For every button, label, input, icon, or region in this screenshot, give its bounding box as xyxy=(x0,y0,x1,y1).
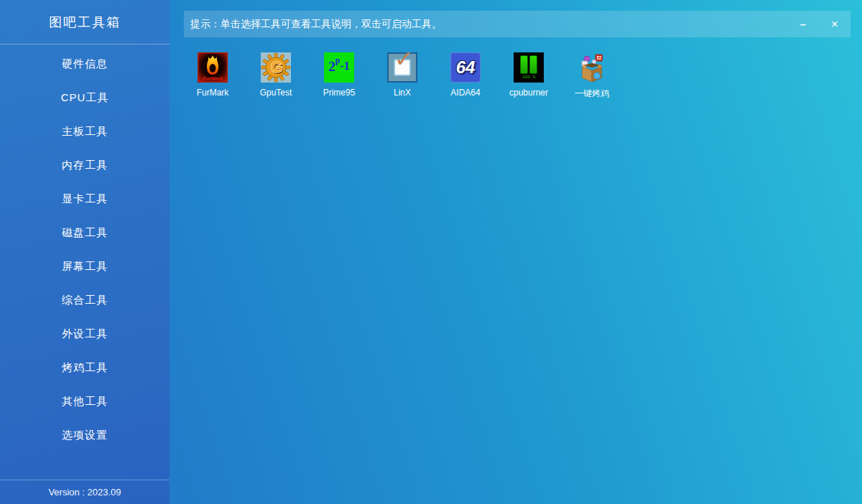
gift-box-icon xyxy=(577,52,607,83)
minimize-button[interactable]: – xyxy=(787,11,819,37)
aida64-icon-text: 64 xyxy=(456,57,476,78)
prime95-icon-exponent: p xyxy=(335,56,340,65)
window-controls: – × xyxy=(787,11,851,37)
tool-label: GpuTest xyxy=(260,88,292,98)
main-area: 提示：单击选择工具可查看工具说明，双击可启动工具。 – × xyxy=(170,0,862,504)
sidebar-item-general-tools[interactable]: 综合工具 xyxy=(0,283,170,317)
tool-cpuburner[interactable]: 100 % cpuburner xyxy=(497,52,560,100)
close-button[interactable]: × xyxy=(819,11,851,37)
tool-label: cpuburner xyxy=(509,88,548,98)
load-bar xyxy=(529,55,537,74)
gputest-icon-letter: G xyxy=(270,58,282,76)
prime95-icon: 2 p -1 xyxy=(324,52,354,83)
sidebar-item-other-tools[interactable]: 其他工具 xyxy=(0,384,170,418)
tool-aida64[interactable]: 64 AIDA64 xyxy=(434,52,497,100)
close-icon: × xyxy=(831,17,838,32)
tool-label: 一键烤鸡 xyxy=(575,88,609,100)
furmark-icon: FurMark xyxy=(198,52,228,83)
sidebar-menu: 硬件信息 CPU工具 主板工具 内存工具 显卡工具 磁盘工具 屏幕工具 综合工具… xyxy=(0,45,170,452)
app-window: 图吧工具箱 硬件信息 CPU工具 主板工具 内存工具 显卡工具 磁盘工具 屏幕工… xyxy=(0,0,862,504)
load-bars xyxy=(520,55,537,74)
tool-grid: FurMark FurMark xyxy=(170,45,862,100)
sidebar-item-burnin-tools[interactable]: 烤鸡工具 xyxy=(0,350,170,384)
tool-label: FurMark xyxy=(197,88,229,98)
tool-one-key-burnin[interactable]: 一键烤鸡 xyxy=(560,52,624,100)
minimize-icon: – xyxy=(800,18,806,30)
hint-text: 提示：单击选择工具可查看工具说明，双击可启动工具。 xyxy=(184,18,442,31)
tool-prime95[interactable]: 2 p -1 Prime95 xyxy=(307,52,371,100)
checkmark-icon: ✓ xyxy=(394,47,414,70)
app-title: 图吧工具箱 xyxy=(0,0,170,45)
sidebar-item-hardware-info[interactable]: 硬件信息 xyxy=(0,47,170,80)
sidebar-item-cpu-tools[interactable]: CPU工具 xyxy=(0,80,170,114)
furmark-icon-text: FurMark xyxy=(203,76,223,81)
tool-label: AIDA64 xyxy=(450,88,480,98)
load-bar xyxy=(520,55,528,74)
sidebar-item-gpu-tools[interactable]: 显卡工具 xyxy=(0,182,170,215)
cpuburner-icon-text: 100 % xyxy=(522,75,535,80)
sidebar-item-options[interactable]: 选项设置 xyxy=(0,418,170,452)
sidebar-item-screen-tools[interactable]: 屏幕工具 xyxy=(0,249,170,283)
sidebar: 图吧工具箱 硬件信息 CPU工具 主板工具 内存工具 显卡工具 磁盘工具 屏幕工… xyxy=(0,0,170,504)
prime95-icon-tail: -1 xyxy=(340,60,349,72)
sidebar-item-disk-tools[interactable]: 磁盘工具 xyxy=(0,215,170,249)
titlebar: 提示：单击选择工具可查看工具说明，双击可启动工具。 – × xyxy=(170,0,862,45)
hint-bar: 提示：单击选择工具可查看工具说明，双击可启动工具。 – × xyxy=(184,11,851,37)
linx-icon: ✓ xyxy=(387,52,417,83)
aida64-icon: 64 xyxy=(450,52,481,83)
cpuburner-icon: 100 % xyxy=(514,52,544,83)
sidebar-item-mainboard-tools[interactable]: 主板工具 xyxy=(0,114,170,148)
tool-label: LinX xyxy=(394,88,411,98)
version-label: Version : 2023.09 xyxy=(0,480,170,504)
prime95-icon-base: 2 xyxy=(328,60,335,73)
tool-linx[interactable]: ✓ LinX xyxy=(371,52,434,100)
sidebar-item-memory-tools[interactable]: 内存工具 xyxy=(0,148,170,182)
gputest-icon: G G xyxy=(261,52,291,83)
tool-furmark[interactable]: FurMark FurMark xyxy=(181,52,244,100)
sidebar-item-peripheral-tools[interactable]: 外设工具 xyxy=(0,317,170,350)
tool-gputest[interactable]: G G GpuTest xyxy=(244,52,307,100)
tool-label: Prime95 xyxy=(323,88,356,98)
